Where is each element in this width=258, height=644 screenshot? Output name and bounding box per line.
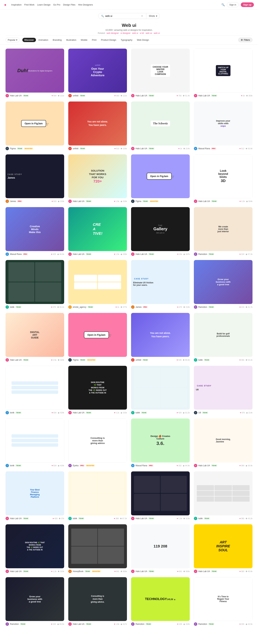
tab-mobile[interactable]: Mobile (79, 38, 89, 42)
nav-go-pro[interactable]: Go Pro (53, 4, 60, 6)
shot-card[interactable]: 119 208 H Halo Lab UA TEAM 691 906k (131, 524, 190, 573)
shot-thumbnail[interactable]: Duh!Illustrations for digital designers (6, 48, 64, 92)
shot-card[interactable]: CreativeMindsMake this M Masud Rana PRO … (6, 207, 64, 256)
shot-author[interactable]: tonik (10, 464, 14, 467)
shot-card[interactable]: Open in FigJam▽ F Figma TEAM BOOSTED (131, 154, 190, 203)
shot-author[interactable]: tubik (10, 306, 14, 308)
shot-thumbnail[interactable]: Open in FigJam▽ (131, 154, 190, 198)
shot-card[interactable]: SOLUTIONTHAT WORKSFOR YOU720+ H Halo Lab… (68, 154, 127, 203)
shot-card[interactable]: THEGallery600 Lab UA H Halo Lab UA TEAM … (131, 207, 190, 256)
shot-card[interactable]: Grow yourbusiness witha good tree R Ramo… (6, 577, 64, 626)
shot-thumbnail[interactable]: ARTINSPIRESOUL (194, 524, 252, 568)
shot-thumbnail[interactable]: Grow yourbusiness witha good tree (194, 260, 252, 304)
shot-card[interactable]: SKIN ROUTINE 🌿 THATWORKS FROMTHE 🌿 INSID… (6, 524, 64, 573)
shot-author[interactable]: Halo Lab UA (198, 464, 210, 467)
shot-author[interactable]: Ramotion (136, 623, 144, 625)
shot-card[interactable]: Lookbeyondlimits3D H Halo Lab UA TEAM 3.… (194, 154, 252, 203)
shot-thumbnail[interactable]: We createmore thanjust interior (194, 207, 252, 251)
shot-card[interactable]: CASE STUDYU8 U U8 TEAM 976 214k (194, 366, 252, 414)
shot-card[interactable]: We createmore thanjust interior R Ramoti… (194, 207, 252, 256)
shot-thumbnail[interactable]: Consulting ismore thangiving advice. (68, 577, 127, 621)
shot-author[interactable]: Halo Lab UA (136, 570, 147, 572)
shot-author[interactable]: Halo Lab UA (73, 200, 84, 202)
tab-typography[interactable]: Typography (119, 38, 135, 42)
shot-thumbnail[interactable]: SOLUTIONTHAT WORKSFOR YOU720+ (68, 154, 127, 198)
shot-card[interactable]: CHOOSE YOURWINTERLOOKCAMPAIGN H Halo Lab… (131, 48, 190, 97)
shot-thumbnail[interactable] (68, 260, 127, 304)
shot-author[interactable]: Figma (10, 147, 16, 150)
shot-thumbnail[interactable]: You are not alone.You have peers. (68, 102, 127, 146)
shot-thumbnail[interactable]: Design 🍎 CreatesCulture3.6. (131, 418, 190, 462)
tag-ui-kit[interactable]: ui kit (140, 32, 144, 34)
shot-card[interactable]: H HoneyBook TEAM BOOSTED 691 906k (68, 524, 127, 573)
shot-author[interactable]: Halo Lab UA (10, 570, 22, 572)
shot-thumbnail[interactable]: Good morning,Jasmine (194, 418, 252, 462)
shot-thumbnail[interactable] (68, 524, 127, 568)
shot-thumbnail[interactable]: Build for golfprofessionals (194, 313, 252, 357)
shot-thumbnail[interactable]: Open in FigJam▽ (68, 313, 127, 357)
shot-author[interactable]: tubik (198, 517, 203, 520)
shot-card[interactable]: Grow yourbusiness witha good tree R Ramo… (194, 260, 252, 309)
shot-author[interactable]: Masud Rana (10, 253, 22, 255)
search-clear-icon[interactable]: ✕ (141, 14, 143, 17)
shot-card[interactable]: T tubik TEAM 385 43.2k (194, 472, 252, 520)
shot-card[interactable]: The Schweiz H Halo Lab UA TEAM 1k 214k (131, 102, 190, 150)
nav-design-files[interactable]: Design Files (63, 4, 75, 6)
shot-author[interactable]: Ramotion (198, 253, 207, 255)
tag-web-ui-2[interactable]: web ui (154, 32, 160, 34)
shot-thumbnail[interactable]: DIGITALARTGUIDE (6, 313, 64, 357)
tab-animation[interactable]: Animation (36, 38, 50, 42)
shot-card[interactable]: Build for golfprofessionals T tubik TEAM… (194, 313, 252, 362)
shot-card[interactable]: It's Time toRegain YourFitness R Ramotio… (194, 577, 252, 626)
shot-thumbnail[interactable]: You are not alone.You have peers. (131, 313, 190, 357)
shot-author[interactable]: Halo Lab UA (10, 517, 22, 520)
shot-thumbnail[interactable]: Your BestFinanceManagingPlatform (6, 472, 64, 515)
shot-author[interactable]: tubik (198, 359, 203, 361)
shot-author[interactable]: Halo Lab UA (136, 94, 147, 97)
shot-thumbnail[interactable]: TECHNOLOGY145,50 ▲ (131, 577, 190, 621)
shot-author[interactable]: Halo Lab UA (198, 200, 210, 202)
shot-card[interactable]: unfoldOwn YourCryptoAdventure U unfold T… (68, 48, 127, 97)
shot-author[interactable]: Halo Lab UA (136, 253, 147, 255)
shot-author[interactable]: Halo Lab UA (10, 94, 22, 97)
shot-thumbnail[interactable]: CASE STUDYEliminate UX frictionfor your … (131, 260, 190, 304)
shot-thumbnail[interactable]: 119 208 (131, 524, 190, 568)
shot-card[interactable]: T tubik TEAM 429 53.2k (131, 366, 190, 414)
shot-thumbnail[interactable]: SKIN ROUTINE 🌿 THATWORKS FROMTHE 🌿 INSID… (6, 524, 64, 568)
shot-thumbnail[interactable]: CREATIVE! (68, 207, 127, 251)
shot-card[interactable]: CASE STUDYJames J James PRO 503 233k (6, 154, 64, 203)
shot-card[interactable]: Your BestFinanceManagingPlatform H Halo … (6, 472, 64, 520)
shot-thumbnail[interactable]: Grow yourbusiness witha good tree (6, 577, 64, 621)
shot-card[interactable]: Consulting ismore thangiving advice E Ey… (68, 418, 127, 467)
tag-web-designer[interactable]: web designer (107, 32, 119, 34)
shot-thumbnail[interactable]: Improve yourskills withoopx (194, 102, 252, 146)
shot-thumbnail[interactable]: CASE STUDYJames (6, 154, 64, 198)
shot-card[interactable]: Open in FigJam▽ F Figma TEAM BOOSTED (68, 313, 127, 362)
shot-thumbnail[interactable]: unfoldOwn YourCryptoAdventure (68, 48, 127, 92)
tag-ui-designer[interactable]: ui designer (120, 32, 131, 34)
shot-card[interactable]: Design 🍎 CreatesCulture3.6. M Masud Rana… (131, 418, 190, 467)
shot-author[interactable]: emote_agency (73, 306, 86, 308)
shot-card[interactable]: CASE STUDYEliminate UX frictionfor your … (131, 260, 190, 309)
shot-card[interactable]: Duh!Illustrations for digital designers … (6, 48, 64, 97)
shot-author[interactable]: U8 (198, 412, 201, 414)
signup-button[interactable]: Sign up (241, 2, 254, 7)
shot-author[interactable]: Halo Lab UA (73, 623, 84, 625)
nav-hire-designers[interactable]: Hire Designers (78, 4, 93, 6)
shot-author[interactable]: HoneyBook (73, 570, 83, 572)
shot-card[interactable]: You are not alone.You have peers. U unfo… (131, 313, 190, 362)
shot-author[interactable]: unfold (73, 147, 78, 150)
tab-branding[interactable]: Branding (51, 38, 64, 42)
shot-thumbnail[interactable] (6, 366, 64, 410)
shot-thumbnail[interactable] (6, 418, 64, 462)
tab-discover[interactable]: Discover (22, 38, 36, 42)
shot-author[interactable]: Ramotion (10, 623, 19, 625)
search-input[interactable] (105, 14, 140, 17)
shot-author[interactable]: Ramotion (198, 306, 207, 308)
shot-thumbnail[interactable] (131, 366, 190, 410)
tab-illustration[interactable]: Illustration (64, 38, 78, 42)
shot-thumbnail[interactable]: Open in FigJam▽ (6, 102, 64, 146)
shot-thumbnail[interactable] (194, 472, 252, 515)
shot-card[interactable]: Consulting ismore thangiving advice. H H… (68, 577, 127, 626)
shot-author[interactable]: Halo Lab UA (198, 94, 210, 97)
